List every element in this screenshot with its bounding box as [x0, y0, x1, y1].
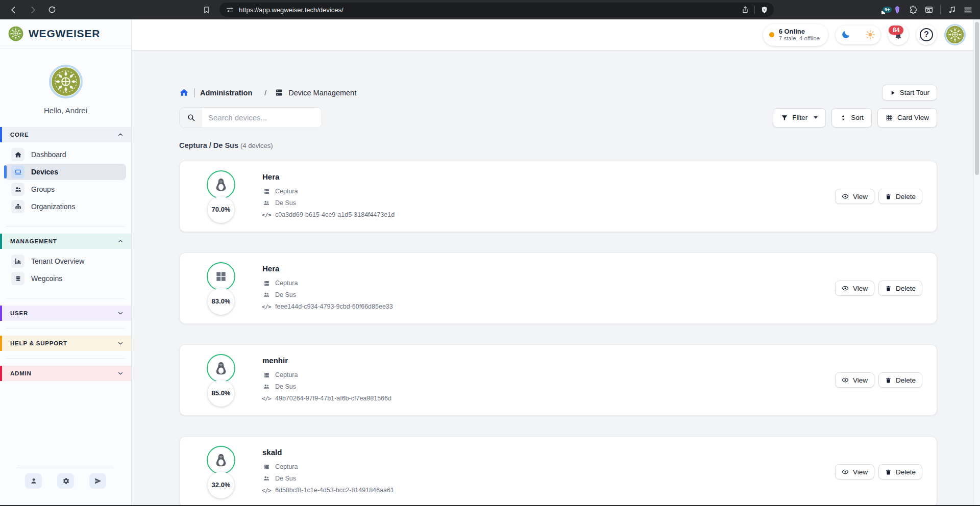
browser-menu-icon[interactable] [963, 5, 973, 15]
start-tour-button[interactable]: Start Tour [882, 85, 937, 100]
settings-button[interactable] [57, 473, 74, 489]
health-percentage: 32.0% [208, 472, 234, 498]
chevron-down-icon [117, 340, 124, 347]
device-tenant: Ceptura [275, 188, 298, 195]
device-name[interactable]: Hera [262, 172, 835, 181]
device-card: 70.0% Hera Ceptura De Sus </>c0a3dd69-b6… [179, 161, 937, 232]
sidebar-section-user[interactable]: USER [0, 306, 131, 321]
view-button[interactable]: View [835, 281, 874, 296]
server-icon [275, 88, 283, 97]
main-area: 6 Online 7 stale, 4 offline 84 ? [132, 19, 980, 506]
device-uuid: 6d58bcf8-1c1e-4d53-bcc2-81491846aa61 [275, 487, 394, 494]
search-input[interactable] [202, 108, 322, 128]
caret-down-icon [814, 116, 818, 119]
breadcrumb-section[interactable]: Administration [200, 89, 252, 97]
view-button[interactable]: View [835, 189, 874, 204]
trash-icon [885, 377, 892, 384]
device-card: 85.0% menhir Ceptura De Sus </>49b70264-… [179, 344, 937, 416]
device-uuid: c0a3dd69-b615-4ce9-a1d5-3184f4473e1d [275, 211, 395, 218]
share-icon[interactable] [741, 6, 749, 14]
device-name[interactable]: skald [262, 448, 835, 457]
sidebar-item-tenant-overview[interactable]: Tenant Overview [5, 253, 126, 269]
sidebar-item-devices[interactable]: Devices [5, 164, 126, 180]
brand[interactable]: WEGWEISER [0, 19, 131, 48]
sort-arrows-icon [840, 114, 847, 121]
nav-item-label: Tenant Overview [31, 257, 84, 265]
delete-button[interactable]: Delete [878, 189, 922, 204]
sidebar-section-core[interactable]: CORE [0, 127, 131, 142]
wegweiser-logo-icon [8, 26, 23, 41]
health-percentage: 85.0% [208, 380, 234, 407]
app-header: 6 Online 7 stale, 4 offline 84 ? [132, 19, 980, 50]
gem-extension-icon[interactable] [893, 5, 902, 14]
device-group: De Sus [275, 291, 296, 298]
launch-button[interactable] [89, 473, 106, 489]
online-detail: 7 stale, 4 offline [779, 35, 820, 42]
sidebar-item-groups[interactable]: Groups [5, 181, 126, 197]
sidebar-item-wegcoins[interactable]: Wegcoins [5, 270, 126, 287]
search-icon [180, 108, 202, 128]
scrollbar-thumb[interactable] [975, 22, 979, 175]
media-control-icon[interactable] [947, 5, 957, 14]
device-name[interactable]: Hera [262, 264, 835, 273]
view-button[interactable]: View [835, 372, 874, 388]
user-avatar[interactable] [944, 24, 966, 45]
sort-button[interactable]: Sort [831, 108, 872, 128]
delete-button[interactable]: Delete [878, 464, 922, 479]
eye-icon [842, 193, 849, 200]
device-uuid: feee144d-c934-4793-9cbd-60f66d85ee33 [275, 303, 393, 310]
delete-button[interactable]: Delete [878, 372, 922, 388]
extensions-puzzle-icon[interactable] [909, 5, 918, 14]
page-scrollbar[interactable] [973, 19, 980, 505]
browser-forward-button[interactable] [27, 4, 39, 16]
window-search-icon[interactable] [924, 5, 934, 14]
health-percentage: 70.0% [208, 196, 234, 223]
section-label: CORE [10, 132, 29, 138]
theme-toggle[interactable] [836, 26, 880, 44]
home-breadcrumb-icon[interactable] [179, 88, 189, 97]
sidebar-item-organizations[interactable]: Organizations [5, 198, 126, 215]
filter-button[interactable]: Filter [773, 108, 826, 128]
delete-button[interactable]: Delete [878, 281, 922, 296]
view-button[interactable]: View [835, 464, 874, 479]
server-icon [262, 280, 271, 287]
online-status-badge[interactable]: 6 Online 7 stale, 4 offline [763, 24, 828, 46]
device-name[interactable]: menhir [262, 356, 835, 365]
brave-shield-icon[interactable] [760, 6, 769, 14]
breadcrumb-row: Administration / Device Management Start… [179, 85, 937, 100]
server-icon [262, 188, 271, 195]
notifications-button[interactable]: 84 [888, 24, 909, 45]
chart-icon [11, 255, 24, 268]
sidebar-section-management[interactable]: MANAGEMENT [0, 234, 131, 249]
url-text[interactable]: https://app.wegweiser.tech/devices/ [239, 6, 741, 14]
group-icon [262, 199, 271, 207]
help-button[interactable]: ? [916, 24, 937, 45]
sidebar-section-admin[interactable]: ADMIN [0, 366, 131, 381]
sidebar-nav: CORE Dashboard Devices Groups [0, 127, 131, 381]
bookmark-icon[interactable] [200, 4, 212, 16]
browser-reload-button[interactable] [46, 4, 58, 16]
sidebar-item-dashboard[interactable]: Dashboard [5, 146, 126, 163]
server-icon [262, 464, 271, 470]
grid-icon [886, 114, 893, 121]
site-settings-icon[interactable] [226, 6, 234, 14]
eye-icon [842, 468, 849, 475]
browser-back-button[interactable] [7, 4, 19, 16]
trash-icon [885, 285, 892, 292]
health-percentage: 83.0% [208, 288, 234, 315]
device-group: De Sus [275, 383, 296, 390]
brand-name: WEGWEISER [29, 28, 100, 40]
rocket-icon [94, 477, 102, 485]
device-tenant: Ceptura [275, 371, 298, 378]
home-icon [11, 148, 24, 161]
sidebar-section-help-support[interactable]: HELP & SUPPORT [0, 336, 131, 351]
play-icon [890, 90, 896, 96]
user-avatar-large[interactable] [49, 65, 83, 98]
divider [6, 226, 125, 226]
section-label: MANAGEMENT [10, 238, 57, 244]
server-icon [262, 372, 271, 378]
url-bar[interactable]: https://app.wegweiser.tech/devices/ [219, 3, 774, 17]
profile-button[interactable] [25, 473, 42, 489]
card-view-button[interactable]: Card View [877, 108, 937, 128]
divider [754, 6, 755, 14]
